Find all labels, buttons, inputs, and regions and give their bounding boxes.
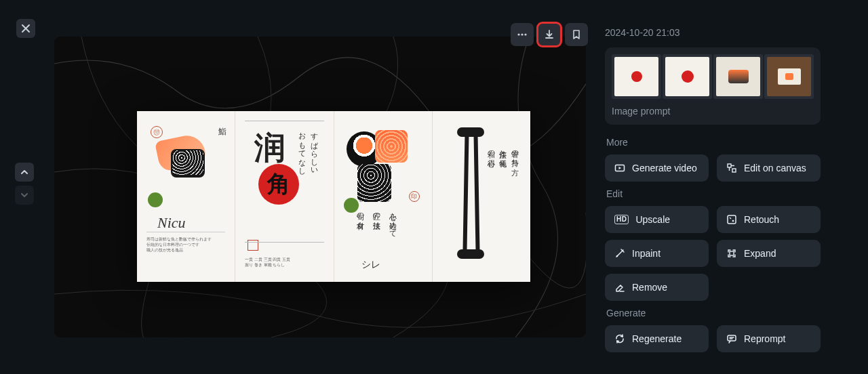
video-icon (614, 163, 625, 173)
ellipsis-icon (517, 29, 528, 40)
hd-icon: HD (614, 215, 629, 224)
regenerate-button[interactable]: Regenerate (605, 325, 709, 352)
side-panel: 2024-10-20 21:03 Image prompt More Gener… (605, 27, 821, 359)
regenerate-icon (614, 333, 625, 344)
svg-point-1 (517, 33, 519, 35)
download-icon (544, 29, 555, 40)
generate-video-button[interactable]: Generate video (605, 154, 709, 182)
upscale-label: Upscale (635, 214, 670, 225)
remove-label: Remove (632, 282, 667, 293)
thumbnail-row (612, 54, 814, 99)
edit-on-canvas-label: Edit on canvas (744, 163, 806, 173)
thumbnail-3[interactable] (713, 54, 763, 99)
menu-page-2: 润 角 すばらしいおもてなし 一貫 二貫 三貫 四貫 五貫握り 巻き 軍艦 ちら… (235, 111, 334, 282)
expand-icon (726, 248, 737, 259)
thumbnail-2[interactable] (663, 54, 712, 99)
expand-label: Expand (744, 248, 776, 259)
reprompt-label: Reprompt (744, 333, 785, 344)
svg-point-2 (521, 33, 523, 35)
section-generate-label: Generate (606, 308, 821, 318)
close-icon (21, 24, 31, 33)
remove-button[interactable]: Remove (605, 274, 709, 301)
prompt-label: Image prompt (612, 106, 814, 117)
svg-rect-7 (728, 215, 736, 224)
menu-page-3: 印 旬の食材 匠の技法 心を込めて シレ (334, 111, 433, 282)
svg-rect-6 (732, 169, 736, 172)
prompt-thumbnails-card[interactable]: Image prompt (605, 47, 821, 125)
menu-page-1: ㊞ 鮨 Nicu 寿司は新鮮な魚と酢飯で作られます伝統的な日本料理の一つです職人… (137, 111, 235, 282)
more-options-button[interactable] (511, 23, 534, 46)
image-nav (15, 163, 34, 205)
retouch-button[interactable]: Retouch (717, 206, 821, 233)
menu-page-4: 箸の持ち方作法と礼儀和の心得 (433, 111, 530, 282)
reprompt-button[interactable]: Reprompt (717, 325, 821, 352)
svg-rect-9 (730, 251, 734, 255)
regenerate-label: Regenerate (632, 333, 682, 344)
image-action-bar (511, 23, 588, 46)
section-more-label: More (606, 137, 821, 148)
edit-on-canvas-button[interactable]: Edit on canvas (717, 154, 821, 182)
svg-point-8 (616, 255, 618, 257)
retouch-icon (726, 214, 737, 225)
section-edit-label: Edit (606, 188, 821, 199)
upscale-button[interactable]: HD Upscale (605, 206, 709, 233)
download-button[interactable] (538, 23, 561, 46)
kanji-heading: 润 (254, 127, 285, 169)
generated-image[interactable]: ㊞ 鮨 Nicu 寿司は新鮮な魚と酢飯で作られます伝統的な日本料理の一つです職人… (54, 37, 586, 337)
close-button[interactable] (16, 19, 35, 38)
svg-rect-5 (728, 164, 731, 167)
prev-image-button[interactable] (15, 163, 34, 182)
inpaint-label: Inpaint (632, 248, 660, 259)
svg-rect-10 (728, 335, 736, 341)
inpaint-icon (614, 248, 625, 259)
canvas-icon (726, 163, 737, 173)
inpaint-button[interactable]: Inpaint (605, 240, 709, 267)
generate-video-label: Generate video (632, 163, 697, 173)
thumbnail-4[interactable] (764, 54, 814, 99)
svg-point-3 (524, 33, 526, 35)
thumbnail-1[interactable] (612, 54, 661, 99)
next-image-button[interactable] (15, 186, 34, 205)
reprompt-icon (726, 333, 737, 344)
expand-button[interactable]: Expand (717, 240, 821, 267)
menu-mockup: ㊞ 鮨 Nicu 寿司は新鮮な魚と酢飯で作られます伝統的な日本料理の一つです職人… (137, 111, 530, 282)
bookmark-icon (571, 29, 582, 40)
bookmark-button[interactable] (565, 23, 588, 46)
generation-timestamp: 2024-10-20 21:03 (605, 27, 821, 38)
chevron-down-icon (20, 190, 29, 200)
chevron-up-icon (20, 167, 29, 177)
menu-title: Nicu (157, 214, 186, 232)
eraser-icon (614, 282, 625, 293)
retouch-label: Retouch (744, 214, 779, 225)
